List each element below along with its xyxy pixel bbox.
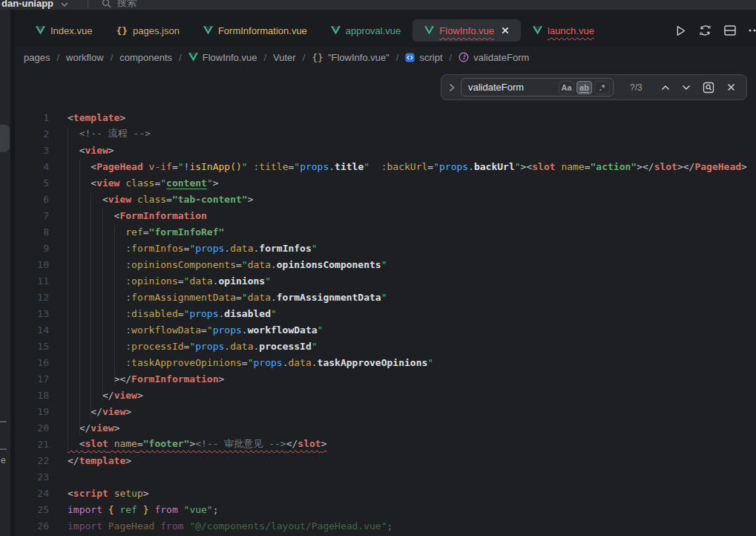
code-lines: 1<template>2 <!-- 流程 -->3 <view>4 <PageH… <box>15 68 756 534</box>
chevron-down-icon[interactable] <box>61 0 68 10</box>
code-line[interactable]: 10 :opinionsComponents="data.opinionsCom… <box>15 256 756 272</box>
regex-toggle[interactable]: .* <box>594 81 610 94</box>
code-line[interactable]: 9 :formInfos="props.data.formInfos" <box>15 240 756 256</box>
tab-index-vue[interactable]: Index.vue <box>24 19 104 42</box>
code-token: class <box>137 194 166 205</box>
search-label[interactable]: 搜索 <box>117 0 137 10</box>
code-line[interactable]: 25import { ref } from "vue"; <box>15 501 756 517</box>
code-line[interactable]: 16 :taskApproveOpinions="props.data.task… <box>15 354 756 370</box>
code-token: = <box>236 292 242 303</box>
code-token: PageHead <box>108 520 155 532</box>
code-line[interactable]: 13 :disabled="props.disabled" <box>15 305 756 321</box>
code-line[interactable]: 19 </view> <box>15 403 756 419</box>
breadcrumb-item[interactable]: workflow <box>66 52 104 63</box>
code-line[interactable]: 22</template> <box>15 452 756 468</box>
code-token: </ <box>68 455 79 466</box>
breadcrumb-item[interactable]: fvalidateForm <box>458 52 529 63</box>
line-number: 16 <box>15 357 49 368</box>
breadcrumb-item[interactable]: FlowInfo.vue <box>188 52 257 63</box>
find-input[interactable]: validateForm Aa ab .* <box>461 78 614 97</box>
tab-forminformation-vue[interactable]: FormInformation.vue <box>191 19 319 42</box>
breadcrumb-label: "FlowInfo.vue" <box>328 52 389 63</box>
code-line[interactable]: 6 <view class="tab-content"> <box>15 191 756 207</box>
more-options-icon[interactable] <box>749 29 756 32</box>
code-token: :processId <box>125 341 183 352</box>
code-line[interactable]: 18 </view> <box>15 387 756 403</box>
code-token: . <box>224 341 230 352</box>
code-line[interactable]: 3 <view> <box>15 142 756 158</box>
breadcrumb-item[interactable]: script <box>405 52 442 63</box>
next-match-icon[interactable] <box>682 85 691 91</box>
line-number: 19 <box>15 406 49 417</box>
line-number: 1 <box>15 112 49 123</box>
code-line[interactable]: 21 <slot name="footer"><!-- 审批意见 --></sl… <box>15 436 756 452</box>
toolwindow-button-active[interactable] <box>0 125 10 152</box>
line-number: 25 <box>15 504 49 515</box>
close-tab-icon[interactable] <box>502 27 509 34</box>
breadcrumb-item[interactable]: Vuter <box>273 52 296 63</box>
code-token: " <box>242 292 248 303</box>
breadcrumb-item[interactable]: pages <box>24 52 50 63</box>
code-line[interactable]: 14 :workflowData="props.workflowData" <box>15 321 756 338</box>
code-line[interactable]: 12 :formAssignmentData="data.formAssignm… <box>15 289 756 305</box>
match-case-toggle[interactable]: Aa <box>559 81 574 94</box>
code-line[interactable]: 7 <FormInformation <box>15 207 756 223</box>
code-token: > <box>248 194 254 205</box>
project-name[interactable]: dan-uniapp <box>1 0 53 9</box>
code-token <box>68 308 125 319</box>
code-token: props <box>300 161 329 172</box>
code-line[interactable]: 15 :processId="props.data.processId" <box>15 338 756 354</box>
code-token: = <box>178 275 184 287</box>
breadcrumb-label: workflow <box>66 52 104 63</box>
indent-guide <box>102 209 103 402</box>
code-line[interactable]: 2 <!-- 流程 --> <box>15 125 756 142</box>
script-tag-icon <box>405 53 415 62</box>
breadcrumb-item[interactable]: {}"FlowInfo.vue" <box>312 52 389 63</box>
breadcrumb-label: validateForm <box>473 52 529 63</box>
expand-replace-icon[interactable] <box>449 83 455 92</box>
code-token: :opinionsComponents <box>125 259 236 270</box>
code-text: <FormInformation <box>68 210 207 221</box>
tab-launch-vue[interactable]: launch.vue <box>521 19 606 42</box>
tab-pages-json[interactable]: {}pages.json <box>104 19 191 42</box>
main-toolbar: dan-uniapp 搜索 <box>0 0 756 10</box>
code-text: import PageHead from "@/components/layou… <box>68 520 392 532</box>
code-line[interactable]: 11 :opinions="data.opinions" <box>15 272 756 289</box>
code-token: = <box>242 357 248 368</box>
search-icon[interactable] <box>102 0 111 8</box>
tab-flowinfo-vue[interactable]: FlowInfo.vue <box>412 19 521 42</box>
breadcrumb-item[interactable]: components <box>119 52 172 63</box>
code-token: FormInformation <box>119 210 206 221</box>
code-line[interactable]: 1<template> <box>15 109 756 125</box>
code-line[interactable]: 5 <view class="content"> <box>15 174 756 191</box>
line-number: 4 <box>15 161 49 172</box>
line-number: 21 <box>15 439 49 450</box>
breadcrumb-separator: / <box>56 52 59 63</box>
code-token: <!-- 流程 --> <box>68 128 151 139</box>
code-line[interactable]: 17 ></FormInformation> <box>15 370 756 387</box>
code-line[interactable]: 24<script setup> <box>15 485 756 501</box>
run-icon[interactable] <box>675 25 686 36</box>
code-line[interactable]: 23 <box>15 468 756 485</box>
previous-match-icon[interactable] <box>661 85 670 91</box>
tab-approval-vue[interactable]: approval.vue <box>319 19 412 42</box>
code-token: from <box>160 520 183 532</box>
code-token <box>108 488 114 499</box>
code-line[interactable]: 4 <PageHead v-if="!isInApp()" :title="pr… <box>15 158 756 174</box>
code-text: :workflowData="props.workflowData" <box>68 324 323 336</box>
words-toggle[interactable]: ab <box>576 81 592 94</box>
split-editor-icon[interactable] <box>724 25 736 36</box>
code-line[interactable]: 26import PageHead from "@/components/lay… <box>15 517 756 534</box>
open-in-find-window-icon[interactable] <box>703 82 715 94</box>
code-token: = <box>172 161 178 172</box>
close-find-icon[interactable] <box>727 83 735 91</box>
code-editor[interactable]: validateForm Aa ab .* ?/3 <box>15 68 756 536</box>
code-line[interactable]: 8 ref="formInfoRef" <box>15 223 756 240</box>
code-text: :taskApproveOpinions="props.data.taskApp… <box>68 357 433 368</box>
sync-icon[interactable] <box>699 24 711 36</box>
code-token: " <box>242 259 248 270</box>
code-text: <PageHead v-if="!isInApp()" :title="prop… <box>68 161 747 172</box>
code-line[interactable]: 20 </view> <box>15 419 756 436</box>
code-token: " <box>515 161 521 172</box>
code-text: :opinionsComponents="data.opinionsCompon… <box>68 259 387 270</box>
